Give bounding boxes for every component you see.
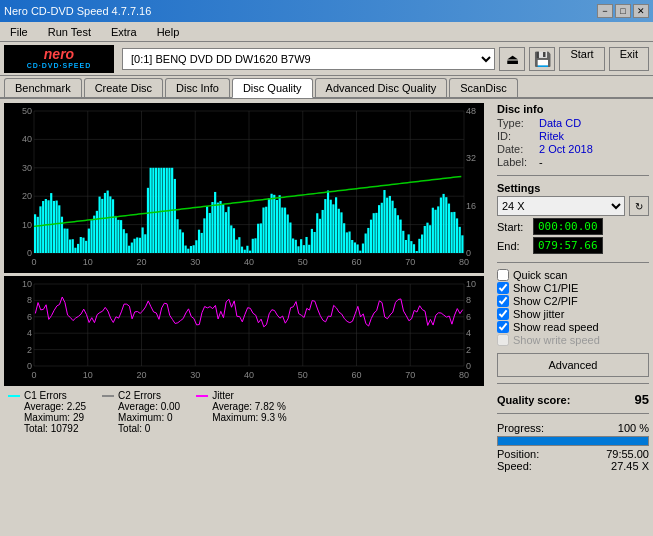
c1-total-val: 10792 [51,423,79,434]
disc-info-section: Disc info Type: Data CD ID: Ritek Date: … [497,103,649,169]
quick-scan-checkbox[interactable] [497,269,509,281]
c2-avg-val: 0.00 [161,401,180,412]
settings-section: Settings 24 X ↻ Start: 000:00.00 End: 07… [497,182,649,256]
advanced-button[interactable]: Advanced [497,353,649,377]
settings-heading: Settings [497,182,649,194]
c1-total-label: Total: [24,423,48,434]
speed-row: 24 X ↻ [497,196,649,216]
menubar: File Run Test Extra Help [0,22,653,42]
c1pie-label: Show C1/PIE [513,282,578,294]
start-button[interactable]: Start [559,47,604,71]
tab-create-disc[interactable]: Create Disc [84,78,163,97]
save-button[interactable]: 💾 [529,47,555,71]
speed-value: 27.45 X [611,460,649,472]
c2-label: C2 Errors [118,390,161,401]
jitter-row: Show jitter [497,308,649,320]
menu-extra[interactable]: Extra [105,24,143,40]
disc-info-heading: Disc info [497,103,649,115]
disc-id-key: ID: [497,130,535,142]
write-speed-label: Show write speed [513,334,600,346]
tab-disc-info[interactable]: Disc Info [165,78,230,97]
chart-area: C1 Errors Average: 2.25 Maximum: 29 Tota… [0,99,493,535]
disc-type-key: Type: [497,117,535,129]
speed-selector[interactable]: 24 X [497,196,625,216]
disc-label-key: Label: [497,156,535,168]
exit-button[interactable]: Exit [609,47,649,71]
maximize-button[interactable]: □ [615,4,631,18]
menu-file[interactable]: File [4,24,34,40]
speed-label: Speed: [497,460,532,472]
jitter-avg-val: 7.82 % [255,401,286,412]
menu-runtest[interactable]: Run Test [42,24,97,40]
titlebar-title: Nero CD-DVD Speed 4.7.7.16 [4,5,151,17]
c2-max-label: Maximum: [118,412,164,423]
jitter-label: Jitter [212,390,234,401]
c2-total-label: Total: [118,423,142,434]
main-content: C1 Errors Average: 2.25 Maximum: 29 Tota… [0,99,653,535]
c1pie-row: Show C1/PIE [497,282,649,294]
progress-row: Progress: 100 % [497,422,649,434]
disc-date-row: Date: 2 Oct 2018 [497,143,649,155]
jitter-max-label: Maximum: [212,412,258,423]
close-button[interactable]: ✕ [633,4,649,18]
write-speed-row: Show write speed [497,334,649,346]
tab-scan-disc[interactable]: ScanDisc [449,78,517,97]
disc-type-val: Data CD [539,117,581,129]
legend: C1 Errors Average: 2.25 Maximum: 29 Tota… [4,386,489,436]
read-speed-checkbox[interactable] [497,321,509,333]
progress-bar [497,436,649,446]
jitter-stats: Average: 7.82 % Maximum: 9.3 % [196,401,286,423]
refresh-button[interactable]: ↻ [629,196,649,216]
quick-scan-label: Quick scan [513,269,567,281]
logo: nero CD·DVD·SPEED [4,45,114,73]
disc-label-val: - [539,156,543,168]
disc-id-val: Ritek [539,130,564,142]
lower-chart [4,276,484,386]
write-speed-checkbox[interactable] [497,334,509,346]
c2-stats: Average: 0.00 Maximum: 0 Total: 0 [102,401,180,434]
c1pie-checkbox[interactable] [497,282,509,294]
c1-avg-val: 2.25 [67,401,86,412]
position-label: Position: [497,448,539,460]
end-value: 079:57.66 [533,237,603,254]
drive-selector[interactable]: [0:1] BENQ DVD DD DW1620 B7W9 [122,48,495,70]
read-speed-row: Show read speed [497,321,649,333]
menu-help[interactable]: Help [151,24,186,40]
c1-color-swatch [8,395,20,397]
speed-row: Speed: 27.45 X [497,460,649,472]
progress-bar-fill [498,437,648,445]
start-label: Start: [497,221,529,233]
disc-date-key: Date: [497,143,535,155]
jitter-max-val: 9.3 % [261,412,287,423]
quality-score-label: Quality score: [497,394,570,406]
progress-label: Progress: [497,422,544,434]
quick-scan-row: Quick scan [497,269,649,281]
upper-chart [4,103,484,273]
end-label: End: [497,240,529,252]
tabs-bar: Benchmark Create Disc Disc Info Disc Qua… [0,76,653,99]
tab-disc-quality[interactable]: Disc Quality [232,78,313,98]
c1-max-val: 29 [73,412,84,423]
c1-label: C1 Errors [24,390,67,401]
c2-total-val: 0 [145,423,151,434]
start-row: Start: 000:00.00 [497,218,649,235]
minimize-button[interactable]: − [597,4,613,18]
titlebar-controls: − □ ✕ [597,4,649,18]
c2pif-checkbox[interactable] [497,295,509,307]
position-row: Position: 79:55.00 [497,448,649,460]
eject-button[interactable]: ⏏ [499,47,525,71]
tab-advanced-disc-quality[interactable]: Advanced Disc Quality [315,78,448,97]
legend-c1: C1 Errors Average: 2.25 Maximum: 29 Tota… [8,390,86,434]
jitter-checkbox[interactable] [497,308,509,320]
quality-score-row: Quality score: 95 [497,392,649,407]
right-panel: Disc info Type: Data CD ID: Ritek Date: … [493,99,653,535]
progress-value: 100 % [618,422,649,434]
tab-benchmark[interactable]: Benchmark [4,78,82,97]
position-value: 79:55.00 [606,448,649,460]
c1-max-label: Maximum: [24,412,70,423]
disc-id-row: ID: Ritek [497,130,649,142]
read-speed-label: Show read speed [513,321,599,333]
end-row: End: 079:57.66 [497,237,649,254]
jitter-avg-label: Average: [212,401,252,412]
toolbar: nero CD·DVD·SPEED [0:1] BENQ DVD DD DW16… [0,42,653,76]
